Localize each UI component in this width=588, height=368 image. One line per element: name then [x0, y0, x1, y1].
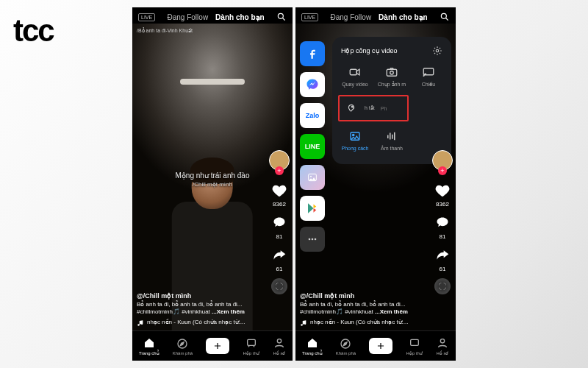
author-name[interactable]: @/Chill một mình — [137, 291, 256, 300]
brand-logo: tcc — [13, 13, 54, 49]
svg-rect-20 — [387, 135, 389, 139]
like-button[interactable]: 8362 — [270, 181, 289, 208]
tab-following[interactable]: Đang Follow — [168, 13, 209, 21]
music-disc-icon[interactable] — [434, 278, 451, 294]
music-row[interactable]: nhạc nền - Kuun (Có chứa nhạc từ:... — [137, 319, 256, 327]
tool-style-label: Phong cách — [342, 146, 369, 151]
tool-screenshot[interactable]: Chụp ảnh m — [375, 62, 409, 91]
video-tags[interactable]: #chillmotminh🎵 #vinhkhuat — [137, 308, 210, 315]
share-button[interactable]: 61 — [270, 246, 289, 272]
tool-style[interactable]: Phong cách — [338, 126, 372, 154]
phone-comparison: LIVE Đang Follow Dành cho bạn /Bỏ anh ta… — [132, 7, 456, 361]
nav-home[interactable]: Trang chủ — [139, 336, 159, 355]
share-app-column: Zalo LINE — [300, 41, 325, 252]
share-count: 61 — [440, 266, 446, 272]
video-description: Bỏ anh ta đi, bỏ anh ta đi, bỏ anh ta đi… — [300, 301, 419, 309]
nav-create[interactable] — [369, 338, 392, 354]
share-facebook[interactable] — [300, 41, 325, 66]
svg-point-11 — [315, 238, 317, 241]
nav-profile[interactable]: Hồ sơ — [273, 336, 286, 355]
search-icon[interactable] — [440, 12, 450, 22]
nav-discover-label: Khám phá — [336, 351, 356, 355]
svg-rect-23 — [394, 132, 395, 141]
comment-button[interactable]: 81 — [270, 213, 289, 240]
nav-discover[interactable]: Khám phá — [336, 337, 356, 355]
svg-point-26 — [440, 339, 444, 343]
tool-audio[interactable]: Âm thanh — [375, 126, 409, 154]
top-song-label: /Bỏ anh ta đi-Vinh Khuất — [137, 28, 193, 34]
author-avatar[interactable]: + — [432, 150, 453, 175]
follow-plus-icon[interactable]: + — [275, 166, 284, 175]
author-avatar[interactable]: + — [269, 150, 290, 175]
tab-foryou[interactable]: Dành cho bạn — [379, 13, 428, 21]
share-gallery[interactable] — [300, 165, 325, 190]
video-description: Bỏ anh ta đi, bỏ anh ta đi, bỏ anh ta đi… — [137, 301, 256, 309]
search-icon[interactable] — [276, 12, 287, 22]
svg-rect-13 — [350, 69, 356, 75]
music-row[interactable]: nhạc nền - Kuun (Có chứa nhạc từ:... — [300, 319, 419, 327]
tool-ear-label-a: h tắt — [365, 105, 375, 111]
video-tags[interactable]: #chillmotminh🎵 #vinhkhuat — [300, 308, 373, 315]
home-icon — [306, 336, 319, 350]
settings-icon[interactable] — [432, 46, 442, 56]
svg-point-8 — [310, 176, 312, 177]
video-tools-panel: Hộp công cụ video Quay video Chụp ảnh m — [332, 37, 451, 164]
like-count: 8362 — [436, 201, 449, 208]
profile-icon — [436, 336, 449, 350]
share-count: 61 — [276, 266, 283, 272]
profile-icon — [273, 336, 286, 350]
nav-inbox-label: Hộp thư — [243, 350, 259, 355]
see-more-link[interactable]: ...Xem thêm — [375, 308, 408, 315]
tool-cast-label: Chiếu — [422, 82, 435, 88]
share-playstore[interactable] — [300, 196, 325, 221]
record-icon — [348, 65, 362, 79]
svg-point-5 — [441, 13, 446, 18]
inbox-icon — [245, 336, 258, 350]
nav-home[interactable]: Trang chủ — [302, 336, 322, 355]
like-button[interactable]: 8362 — [433, 181, 452, 208]
svg-point-0 — [278, 13, 283, 18]
tool-record[interactable]: Quay video — [338, 62, 372, 91]
svg-rect-14 — [387, 69, 397, 76]
tab-following[interactable]: Đang Follow — [331, 13, 372, 21]
tool-ear-label-b: Ph — [381, 106, 387, 111]
cast-icon — [421, 65, 436, 79]
live-badge[interactable]: LIVE — [301, 13, 318, 21]
nav-create[interactable] — [206, 338, 229, 354]
compass-icon — [176, 337, 189, 350]
share-more[interactable] — [300, 227, 325, 252]
author-name[interactable]: @/Chill một mình — [300, 291, 419, 300]
share-line[interactable]: LINE — [300, 134, 325, 159]
nav-profile-label: Hồ sơ — [273, 350, 285, 355]
nav-discover[interactable]: Khám phá — [173, 337, 193, 355]
share-button[interactable]: 61 — [433, 246, 452, 272]
home-icon — [143, 336, 156, 350]
svg-point-12 — [436, 49, 439, 52]
nav-inbox-label: Hộp thư — [406, 350, 422, 355]
svg-point-15 — [390, 71, 394, 75]
nav-inbox[interactable]: Hộp thư — [243, 336, 259, 355]
video-feed[interactable]: /Bỏ anh ta đi-Vinh Khuất Mộng như trái a… — [132, 24, 293, 331]
nav-profile[interactable]: Hồ sơ — [436, 336, 449, 355]
phone-right: LIVE Đang Follow Dành cho bạn Zalo LINE — [295, 7, 456, 361]
tool-ear-highlighted[interactable]: h tắt Ph — [338, 95, 409, 121]
live-badge[interactable]: LIVE — [138, 13, 155, 21]
nav-inbox[interactable]: Hộp thư — [406, 336, 422, 355]
video-meta: @/Chill một mình Bỏ anh ta đi, bỏ anh ta… — [300, 291, 419, 327]
tool-audio-label: Âm thanh — [381, 146, 403, 151]
tab-foryou[interactable]: Dành cho bạn — [215, 13, 265, 21]
video-feed[interactable]: Zalo LINE Hộp công cụ video Quay video — [295, 24, 456, 331]
follow-plus-icon[interactable]: + — [438, 166, 447, 175]
share-messenger[interactable] — [300, 72, 325, 97]
tools-title: Hộp công cụ video — [341, 47, 398, 54]
share-zalo[interactable]: Zalo — [300, 103, 325, 128]
phone-left: LIVE Đang Follow Dành cho bạn /Bỏ anh ta… — [132, 7, 293, 361]
music-title: nhạc nền - Kuun (Có chứa nhạc từ:... — [147, 319, 245, 327]
comment-button[interactable]: 81 — [433, 213, 452, 240]
tool-cast[interactable]: Chiếu — [412, 62, 445, 91]
plus-icon — [369, 338, 392, 354]
image-icon — [348, 129, 362, 144]
tool-record-label: Quay video — [342, 82, 368, 87]
see-more-link[interactable]: ...Xem thêm — [212, 308, 245, 315]
music-disc-icon[interactable] — [271, 278, 287, 294]
